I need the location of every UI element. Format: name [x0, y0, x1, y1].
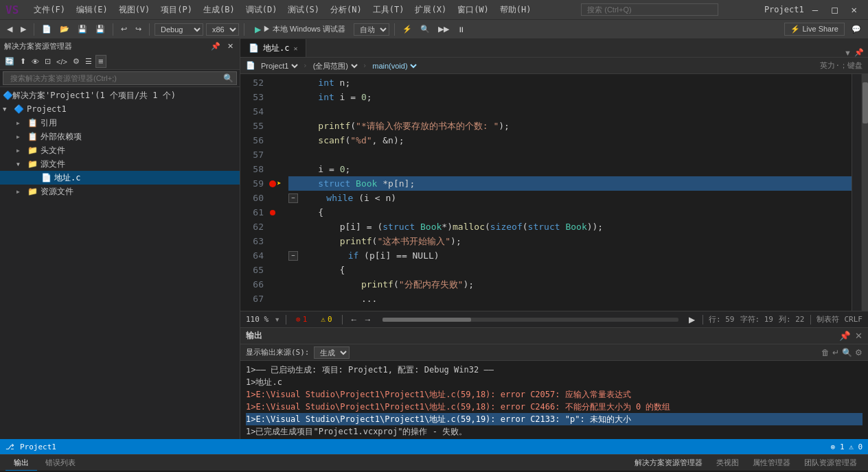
debug-mode-select[interactable]: Debug Release [155, 23, 203, 36]
solution-tree: 🔷 解决方案'Project1'(1 个项目/共 1 个) ▼ 🔷 Projec… [0, 87, 240, 439]
zoom-level: 110 % [246, 315, 269, 324]
toolbar-btn-2[interactable]: 🔍 [418, 23, 433, 35]
output-find-button[interactable]: 🔍 [842, 348, 852, 357]
menu-file[interactable]: 文件(F) [30, 3, 69, 17]
pin-button[interactable]: 📌 [209, 40, 222, 52]
tab-list-button[interactable]: ▼ [844, 49, 852, 57]
tree-item-resources[interactable]: ▶ 📁 资源文件 [0, 185, 240, 198]
project-icon: 🔷 [14, 104, 24, 114]
minimize-button[interactable]: — [807, 4, 823, 15]
forward-button[interactable]: ▶ [18, 23, 29, 35]
output-source-select[interactable]: 生成 [314, 346, 350, 359]
output-pin-button[interactable]: 📌 [839, 331, 851, 341]
platform-select[interactable]: x86 x64 [206, 23, 239, 36]
code-view-button[interactable]: </> [54, 56, 69, 67]
scroll-right-button[interactable]: ▶ [687, 315, 697, 324]
menu-project[interactable]: 项目(P) [157, 3, 196, 17]
menu-test[interactable]: 测试(S) [284, 3, 323, 17]
solution-explorer-search[interactable] [6, 71, 220, 86]
solution-explorer-titlebar: 解决方案资源管理器 📌 ✕ [0, 38, 240, 54]
fold-60[interactable]: − [288, 193, 298, 203]
nav-forward-button[interactable]: → [362, 315, 374, 324]
save-all-button[interactable]: 💾 [93, 23, 108, 35]
footer-tab-4[interactable]: 团队资源管理器 [799, 458, 863, 468]
toolbar-btn-1[interactable]: ⚡ [400, 23, 415, 35]
footer-tab-1[interactable]: 解决方案资源管理器 [629, 458, 708, 468]
menu-extensions[interactable]: 扩展(X) [411, 3, 450, 17]
menu-debug[interactable]: 调试(D) [242, 3, 282, 17]
tree-item-root[interactable]: 🔷 解决方案'Project1'(1 个项目/共 1 个) [0, 88, 240, 102]
tree-item-headers[interactable]: ▶ 📁 头文件 [0, 143, 240, 157]
menu-view[interactable]: 视图(V) [115, 3, 155, 17]
tree-label-ext: 外部依赖项 [41, 131, 82, 143]
new-file-button[interactable]: 📄 [39, 23, 54, 35]
output-wrap-button[interactable]: ↵ [832, 348, 839, 357]
menu-build[interactable]: 生成(B) [199, 3, 239, 17]
title-bar-right: Project1 — □ ✕ [764, 4, 863, 15]
footer-tab-3[interactable]: 属性管理器 [747, 458, 796, 468]
breadcrumb-scope-select[interactable]: (全局范围) [310, 61, 360, 71]
vs-logo: VS [5, 3, 19, 16]
bottom-tab-error-list[interactable]: 错误列表 [37, 456, 84, 471]
tree-item-address-c[interactable]: 📄 地址.c [0, 171, 240, 185]
breadcrumb-project-select[interactable]: Project1 [258, 61, 300, 71]
menu-window[interactable]: 窗口(W) [453, 3, 493, 17]
project-name-label: Project1 [764, 5, 804, 14]
attach-select[interactable]: 自动 [354, 23, 389, 36]
tree-item-project1[interactable]: ▼ 🔷 Project1 [0, 102, 240, 116]
tree-item-references[interactable]: ▶ 📋 引用 [0, 116, 240, 130]
output-source-label: 显示输出来源(S): [246, 347, 310, 357]
start-debug-button[interactable]: ▶ ▶ 本地 Windows 调试器 [249, 23, 351, 36]
breadcrumb-function-select[interactable]: main(void) [369, 61, 419, 71]
menu-edit[interactable]: 编辑(E) [72, 3, 112, 17]
feedback-button[interactable]: 💬 [849, 23, 864, 35]
undo-button[interactable]: ↩ [118, 23, 130, 35]
tab-address-c[interactable]: 📄 地址.c ✕ [240, 39, 306, 57]
fold-64[interactable]: − [288, 251, 298, 261]
zoom-dropdown-button[interactable]: ▼ [274, 316, 280, 323]
tree-item-extern-deps[interactable]: ▶ 📋 外部依赖项 [0, 130, 240, 143]
horizontal-scrollbar-thumb[interactable] [382, 318, 471, 322]
code-editor[interactable]: 52 53 54 55 56 57 58 59 60 61 62 63 64 6… [240, 74, 868, 311]
live-share-button[interactable]: ⚡ Live Share [784, 23, 845, 36]
linenum-59: 59 [240, 176, 264, 191]
filter-button[interactable]: ⊡ [43, 56, 53, 67]
menu-help[interactable]: 帮助(H) [496, 3, 536, 17]
toolbar-btn-3[interactable]: ▶▶ [435, 23, 452, 35]
panel-close-button[interactable]: ✕ [225, 40, 236, 52]
code-content[interactable]: int n; int i = 0; printf("*请输入你要存放的书本的个数… [283, 74, 852, 311]
expand-button[interactable]: ☰ [83, 56, 94, 67]
search-bar[interactable] [581, 3, 718, 16]
footer-tab-2[interactable]: 类视图 [711, 458, 744, 468]
open-button[interactable]: 📂 [57, 23, 72, 35]
menu-tools[interactable]: 工具(T) [369, 3, 409, 17]
vertical-scrollbar[interactable] [861, 74, 868, 311]
save-button[interactable]: 💾 [75, 23, 90, 35]
menu-bar[interactable]: 文件(F) 编辑(E) 视图(V) 项目(P) 生成(B) 调试(D) 测试(S… [30, 3, 535, 17]
back-button[interactable]: ◀ [4, 23, 15, 35]
menu-analyze[interactable]: 分析(N) [326, 3, 366, 17]
bottom-tab-output[interactable]: 输出 [5, 456, 37, 471]
tree-item-sources[interactable]: ▼ 📁 源文件 [0, 157, 240, 171]
output-clear-button[interactable]: 🗑 [821, 348, 830, 357]
scrollbar-thumb[interactable] [863, 82, 868, 123]
tab-close-button[interactable]: ✕ [293, 45, 297, 52]
maximize-button[interactable]: □ [826, 4, 843, 15]
global-search-input[interactable] [581, 3, 718, 16]
horizontal-scrollbar[interactable] [382, 318, 678, 322]
output-settings-button[interactable]: ⚙ [855, 348, 863, 357]
linenum-57: 57 [240, 148, 264, 162]
gutter-53 [269, 90, 283, 104]
collapse-all-button[interactable]: ⬆ [18, 56, 28, 67]
refresh-button[interactable]: 🔄 [3, 56, 16, 67]
tab-pin-button[interactable]: 📌 [854, 48, 864, 57]
props-button[interactable]: ⚙ [71, 56, 82, 67]
toolbar-btn-4[interactable]: ⏸ [455, 24, 468, 35]
output-close-button[interactable]: ✕ [855, 331, 863, 341]
redo-button[interactable]: ↪ [133, 23, 144, 35]
nav-back-button[interactable]: ← [348, 315, 361, 324]
show-all-button[interactable]: 👁 [30, 56, 41, 67]
error-badge: ⊗ 1 [292, 314, 311, 324]
close-button[interactable]: ✕ [846, 4, 863, 15]
view-toggle-button[interactable]: ≡ [95, 55, 106, 68]
